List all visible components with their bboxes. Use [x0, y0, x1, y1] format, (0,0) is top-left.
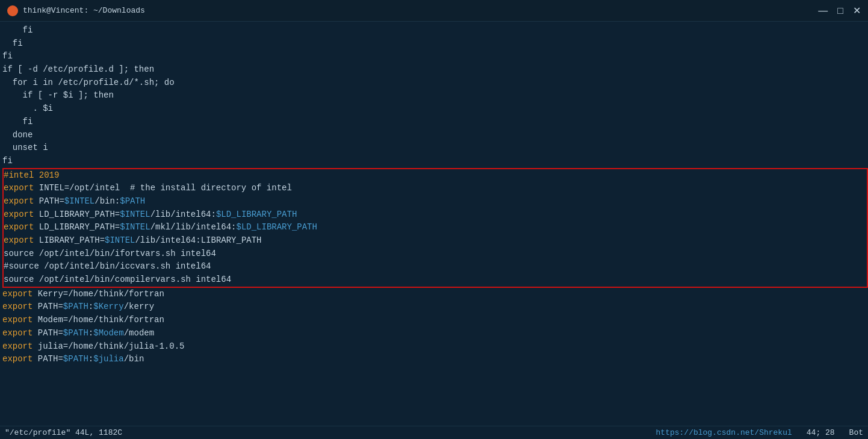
code-line-l8: . $i: [2, 102, 868, 116]
code-line-l16: export LD_LIBRARY_PATH=$INTEL/lib/intel6…: [4, 208, 867, 222]
code-line-l15: export PATH=$INTEL/bin:$PATH: [4, 195, 867, 208]
code-line-l28: export julia=/home/think/julia-1.0.5: [2, 340, 868, 353]
code-line-l22: export Kerry=/home/think/fortran: [2, 288, 868, 301]
code-content: fi fifiif [ -d /etc/profile.d ]; then fo…: [2, 24, 868, 366]
window-icon: [7, 5, 18, 16]
code-line-l11: unset i: [2, 142, 868, 155]
cursor-position: 44; 28: [807, 428, 835, 437]
code-line-l12: fi: [2, 155, 868, 168]
statusbar: "/etc/profile" 44L, 1182C https://blog.c…: [0, 426, 868, 439]
code-line-l3: fi: [2, 50, 868, 63]
scroll-position: Bot: [849, 428, 863, 437]
code-line-l21: source /opt/intel/bin/compilervars.sh in…: [4, 273, 867, 287]
statusbar-file-info: "/etc/profile" 44L, 1182C: [5, 428, 122, 437]
code-line-l5: if [ -d /etc/profile.d ]; then: [2, 63, 868, 76]
code-line-l29: export PATH=$PATH:$julia/bin: [2, 353, 868, 366]
titlebar-controls: — □ ✕: [818, 6, 861, 16]
code-line-l9: fi: [2, 116, 868, 129]
code-line-l1: fi: [2, 24, 868, 37]
maximize-button[interactable]: □: [837, 6, 843, 16]
code-line-l18: export LIBRARY_PATH=$INTEL/lib/intel64:L…: [4, 234, 867, 248]
code-line-l6: for i in /etc/profile.d/*.sh; do: [2, 76, 868, 90]
titlebar-left: think@Vincent: ~/Downloads: [7, 5, 145, 16]
code-line-l19: source /opt/intel/bin/ifortvars.sh intel…: [4, 248, 867, 261]
code-line-l23: export PATH=$PATH:$Kerry/kerry: [2, 300, 868, 314]
code-line-l13: #intel 2019: [4, 169, 867, 182]
terminal: fi fifiif [ -d /etc/profile.d ]; then fo…: [0, 22, 868, 439]
csdn-link[interactable]: https://blog.csdn.net/Shrekul: [656, 428, 792, 437]
highlight-block: #intel 2019export INTEL=/opt/intel # the…: [2, 168, 868, 288]
close-button[interactable]: ✕: [853, 6, 861, 16]
code-line-l14: export INTEL=/opt/intel # the install di…: [4, 182, 867, 195]
code-line-l25: export Modem=/home/think/fortran: [2, 314, 868, 327]
window-title: think@Vincent: ~/Downloads: [23, 6, 145, 15]
statusbar-right: https://blog.csdn.net/Shrekul 44; 28 Bot: [656, 428, 863, 437]
code-line-l20: #source /opt/intel/bin/iccvars.sh intel6…: [4, 260, 867, 273]
code-line-l10: done: [2, 129, 868, 142]
titlebar: think@Vincent: ~/Downloads — □ ✕: [0, 0, 868, 22]
code-line-l26: export PATH=$PATH:$Modem/modem: [2, 327, 868, 340]
code-line-l7: if [ -r $i ]; then: [2, 89, 868, 102]
minimize-button[interactable]: —: [818, 6, 828, 16]
code-line-l17: export LD_LIBRARY_PATH=$INTEL/mkl/lib/in…: [4, 221, 867, 234]
code-line-l2: fi: [2, 37, 868, 51]
